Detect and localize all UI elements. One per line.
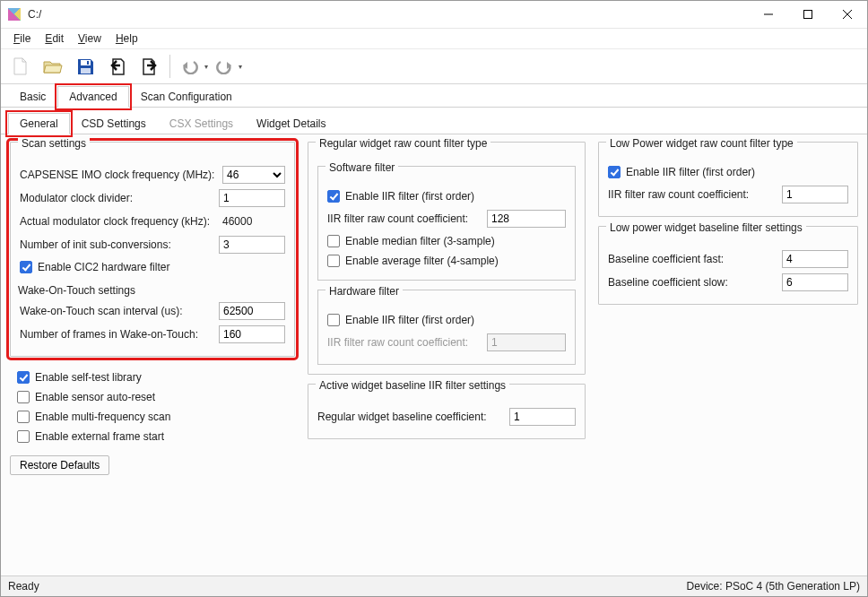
lp-baseline-slow-label: Baseline coefficient slow: bbox=[608, 276, 782, 289]
svg-rect-3 bbox=[87, 61, 89, 65]
multifreq-checkbox[interactable] bbox=[17, 411, 30, 423]
maximize-icon bbox=[803, 10, 812, 19]
restore-defaults-button[interactable]: Restore Defaults bbox=[10, 455, 109, 475]
app-icon bbox=[8, 8, 21, 21]
menu-help[interactable]: Help bbox=[108, 30, 145, 47]
title-bar: C:/ bbox=[1, 1, 867, 29]
scan-settings-title: Scan settings bbox=[18, 137, 90, 146]
undo-icon bbox=[181, 58, 199, 74]
reg-baseline-coeff-input[interactable] bbox=[509, 408, 576, 426]
actual-freq-value: 46000 bbox=[221, 215, 285, 228]
ext-frame-checkbox[interactable] bbox=[17, 430, 30, 443]
hw-iir-coeff-label: IIR filter raw count coefficient: bbox=[327, 336, 487, 349]
cic2-checkbox[interactable] bbox=[20, 261, 32, 273]
scan-settings-panel: Scan settings CAPSENSE IMO clock frequen… bbox=[10, 142, 295, 357]
lp-iir-coeff-label: IIR filter raw count coefficient: bbox=[608, 188, 782, 201]
menu-bar: File Edit View Help bbox=[1, 29, 867, 48]
wot-title: Wake-On-Touch settings bbox=[18, 284, 285, 297]
svg-rect-2 bbox=[81, 68, 91, 74]
active-baseline-title: Active widget baseline IIR filter settin… bbox=[316, 379, 509, 388]
hardware-filter-title: Hardware filter bbox=[326, 285, 403, 294]
sw-iir-coeff-label: IIR filter raw count coefficient: bbox=[327, 212, 487, 225]
new-file-button[interactable] bbox=[4, 50, 37, 82]
svg-rect-0 bbox=[804, 11, 812, 19]
close-button[interactable] bbox=[828, 1, 867, 28]
status-left: Ready bbox=[8, 580, 39, 593]
regular-filter-title: Regular widget raw count filter type bbox=[316, 137, 490, 146]
lp-iir-coeff-input[interactable] bbox=[782, 186, 848, 203]
subtab-widget-details[interactable]: Widget Details bbox=[245, 113, 337, 134]
redo-icon bbox=[215, 58, 233, 74]
close-icon bbox=[843, 10, 852, 19]
undo-button[interactable] bbox=[174, 50, 206, 82]
menu-view[interactable]: View bbox=[71, 30, 108, 47]
maximize-button[interactable] bbox=[788, 1, 828, 28]
menu-edit[interactable]: Edit bbox=[38, 30, 71, 47]
median-checkbox[interactable] bbox=[327, 235, 340, 247]
save-button[interactable] bbox=[69, 50, 101, 82]
content-area: Scan settings CAPSENSE IMO clock frequen… bbox=[1, 134, 867, 575]
avg-label: Enable average filter (4-sample) bbox=[345, 255, 499, 267]
regular-filter-panel: Regular widget raw count filter type Sof… bbox=[308, 142, 586, 375]
sw-iir-label: Enable IIR filter (first order) bbox=[345, 190, 474, 203]
lp-iir-label: Enable IIR filter (first order) bbox=[626, 166, 755, 178]
mod-div-input[interactable] bbox=[219, 189, 285, 207]
svg-rect-1 bbox=[81, 60, 91, 65]
lp-iir-checkbox[interactable] bbox=[608, 166, 621, 178]
tab-basic[interactable]: Basic bbox=[8, 86, 57, 107]
open-folder-button[interactable] bbox=[37, 50, 69, 82]
imo-freq-label: CAPSENSE IMO clock frequency (MHz): bbox=[20, 169, 222, 181]
multifreq-label: Enable multi-frequency scan bbox=[35, 411, 170, 423]
sub-tab-row: General CSD Settings CSX Settings Widget… bbox=[1, 113, 867, 134]
redo-menu-arrow[interactable]: ▾ bbox=[239, 63, 242, 71]
lp-filter-title: Low Power widget raw count filter type bbox=[606, 137, 797, 146]
minimize-icon bbox=[764, 10, 773, 19]
avg-checkbox[interactable] bbox=[327, 255, 340, 267]
subtab-csd-settings[interactable]: CSD Settings bbox=[70, 113, 158, 134]
ext-frame-label: Enable external frame start bbox=[35, 430, 164, 443]
hw-iir-label: Enable IIR filter (first order) bbox=[345, 314, 474, 326]
export-icon bbox=[140, 56, 160, 76]
software-filter-title: Software filter bbox=[326, 161, 398, 170]
lp-baseline-title: Low power widget baseline filter setting… bbox=[606, 221, 806, 230]
app-window: C:/ File Edit View Help bbox=[0, 0, 868, 597]
lp-baseline-panel: Low power widget baseline filter setting… bbox=[598, 226, 858, 305]
sw-iir-checkbox[interactable] bbox=[327, 190, 340, 203]
lp-baseline-fast-input[interactable] bbox=[782, 250, 848, 268]
selftest-checkbox[interactable] bbox=[17, 371, 30, 384]
wot-interval-input[interactable] bbox=[219, 302, 285, 320]
reg-baseline-coeff-label: Regular widget baseline coefficient: bbox=[317, 411, 509, 423]
import-button[interactable] bbox=[101, 50, 134, 82]
wot-interval-label: Wake-on-Touch scan interval (us): bbox=[20, 305, 219, 317]
redo-button[interactable] bbox=[208, 50, 240, 82]
export-button[interactable] bbox=[134, 50, 166, 82]
lp-baseline-fast-label: Baseline coefficient fast: bbox=[608, 253, 782, 265]
autoreset-label: Enable sensor auto-reset bbox=[35, 391, 155, 403]
status-right: Device: PSoC 4 (5th Generation LP) bbox=[687, 580, 860, 593]
subtab-general[interactable]: General bbox=[8, 113, 70, 134]
menu-file[interactable]: File bbox=[6, 30, 38, 47]
mod-div-label: Modulator clock divider: bbox=[20, 192, 219, 204]
status-bar: Ready Device: PSoC 4 (5th Generation LP) bbox=[1, 575, 867, 596]
autoreset-checkbox[interactable] bbox=[17, 391, 30, 403]
save-icon bbox=[75, 56, 95, 76]
hw-iir-checkbox[interactable] bbox=[327, 314, 340, 326]
active-baseline-panel: Active widget baseline IIR filter settin… bbox=[308, 384, 586, 439]
hardware-filter-panel: Hardware filter Enable IIR filter (first… bbox=[317, 290, 576, 365]
imo-freq-select[interactable]: 46 bbox=[222, 166, 285, 184]
sw-iir-coeff-input[interactable] bbox=[487, 210, 566, 228]
init-subconv-input[interactable] bbox=[219, 236, 285, 254]
minimize-button[interactable] bbox=[749, 1, 788, 28]
window-title: C:/ bbox=[28, 8, 41, 21]
lp-baseline-slow-input[interactable] bbox=[782, 273, 848, 291]
software-filter-panel: Software filter Enable IIR filter (first… bbox=[317, 166, 576, 281]
cic2-label: Enable CIC2 hardware filter bbox=[38, 261, 169, 273]
hw-iir-coeff-input bbox=[487, 333, 566, 351]
tab-advanced[interactable]: Advanced bbox=[57, 86, 128, 108]
new-file-icon bbox=[11, 56, 30, 77]
top-tab-row: Basic Advanced Scan Configuration bbox=[1, 86, 867, 108]
actual-freq-label: Actual modulator clock frequency (kHz): bbox=[20, 215, 221, 228]
wot-frames-input[interactable] bbox=[219, 325, 285, 343]
tab-scan-configuration[interactable]: Scan Configuration bbox=[129, 86, 244, 107]
selftest-label: Enable self-test library bbox=[35, 371, 142, 384]
